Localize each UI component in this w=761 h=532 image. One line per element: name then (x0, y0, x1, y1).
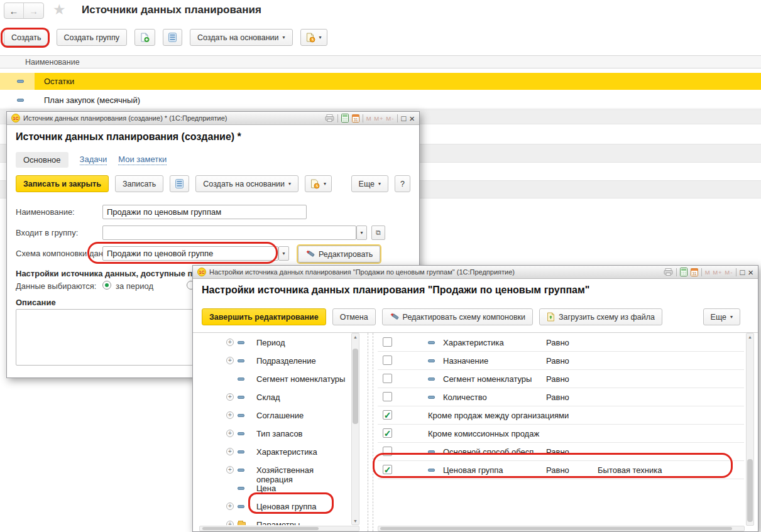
tree-item[interactable]: +Сегмент номенклатуры (199, 370, 351, 388)
create-based-on-button[interactable]: Создать на основании▾ (190, 29, 293, 46)
cancel-button[interactable]: Отмена (332, 308, 376, 325)
filter-row[interactable]: НазначениеРавно (378, 352, 744, 370)
checkbox[interactable]: ✓ (383, 465, 392, 474)
checkbox[interactable] (383, 392, 392, 401)
filter-row[interactable]: ХарактеристикаРавно (378, 334, 744, 352)
dialog2-titlebar-text: Настройки источника данных планирования … (209, 268, 660, 276)
filter-row[interactable]: ✓Ценовая группаРавноБытовая техника (378, 461, 744, 479)
expand-icon[interactable]: + (226, 393, 234, 401)
back-button[interactable]: ← (4, 3, 24, 18)
scroll-down-icon[interactable]: ▼ (352, 519, 359, 523)
help-button[interactable]: ? (395, 175, 410, 192)
tree-item[interactable]: +Параметры (199, 516, 351, 525)
list-row-selected[interactable]: Остатки (0, 73, 761, 90)
close-icon[interactable]: × (748, 268, 753, 277)
tab-tasks[interactable]: Задачи (80, 155, 107, 165)
panel-splitter[interactable] (373, 333, 373, 531)
list-view-button[interactable] (170, 175, 189, 192)
list-view-button[interactable] (163, 29, 182, 46)
print-icon[interactable] (664, 268, 673, 276)
filter-row[interactable]: Сегмент номенклатурыРавно (378, 370, 744, 388)
dialog1-titlebar[interactable]: 1С Источник данных планирования (создани… (7, 112, 419, 125)
tab-main[interactable]: Основное (16, 152, 68, 168)
more-button[interactable]: Еще▾ (703, 308, 740, 325)
tree-item[interactable]: +Соглашение (199, 406, 351, 425)
schema-dropdown-button[interactable]: ▾ (278, 246, 289, 261)
history-button[interactable]: ▾ (305, 175, 332, 192)
tab-notes[interactable]: Мои заметки (118, 155, 167, 165)
group-dropdown-button[interactable]: ▾ (356, 225, 367, 240)
tree-item[interactable]: +Склад (199, 388, 351, 406)
expand-icon[interactable]: + (226, 339, 234, 346)
filters-horizontal-scrollbar[interactable] (378, 526, 745, 531)
tree-item[interactable]: +Ценовая группа (199, 497, 351, 516)
finish-editing-button[interactable]: Завершить редактирование (202, 308, 326, 325)
history-button[interactable]: ▾ (300, 29, 327, 46)
tree-item[interactable]: +Тип запасов (199, 425, 351, 443)
forward-button[interactable]: → (24, 3, 43, 18)
expand-icon[interactable]: + (226, 430, 234, 437)
expand-icon[interactable]: + (226, 521, 234, 525)
scroll-up-icon[interactable]: ▲ (747, 335, 753, 339)
tree-item[interactable]: +Подразделение (199, 352, 351, 370)
expand-icon[interactable]: + (226, 357, 234, 364)
maximize-icon[interactable]: □ (740, 268, 745, 276)
dialog2-titlebar[interactable]: 1С Настройки источника данных планирован… (193, 266, 758, 279)
list-row-name: План закупок (месячный) (44, 95, 140, 105)
edit-composition-schema-button[interactable]: Редактировать схему компоновки (382, 308, 533, 325)
scrollbar-thumb[interactable] (202, 527, 319, 530)
filter-row[interactable]: КоличествоРавно (378, 388, 744, 406)
scroll-up-icon[interactable]: ▲ (352, 335, 359, 339)
open-reference-button[interactable]: ⧉ (371, 225, 385, 240)
expand-icon[interactable]: + (226, 411, 234, 419)
checkbox[interactable]: ✓ (383, 410, 392, 420)
tree-vertical-scrollbar[interactable]: ▲ ▼ (351, 333, 359, 525)
create-button[interactable]: Создать (4, 29, 49, 46)
save-and-close-button[interactable]: Записать и закрыть (16, 175, 109, 192)
expand-icon[interactable]: + (226, 448, 234, 455)
print-icon[interactable] (325, 114, 334, 122)
radio-period[interactable] (102, 281, 111, 290)
calendar-icon[interactable]: 31 (352, 114, 359, 122)
filters-vertical-scrollbar[interactable]: ▲ (746, 333, 754, 526)
expand-icon[interactable]: + (226, 502, 234, 510)
tree-item[interactable]: +Хозяйственная операция (199, 461, 351, 479)
dash-icon (428, 450, 435, 453)
scrollbar-thumb[interactable] (747, 459, 753, 522)
tree-item[interactable]: +Характеристика (199, 443, 351, 461)
checkbox[interactable]: ✓ (383, 428, 392, 438)
scrollbar-thumb[interactable] (353, 349, 358, 424)
calculator-icon[interactable] (680, 268, 687, 276)
maximize-icon[interactable]: □ (401, 114, 406, 122)
filter-row[interactable]: Основной способ обесп...Равно (378, 443, 744, 461)
edit-schema-button[interactable]: Редактировать (298, 246, 380, 263)
tree-horizontal-scrollbar[interactable] (199, 526, 359, 531)
more-button[interactable]: Еще▾ (351, 175, 388, 192)
tree-item[interactable]: +Цена (199, 479, 351, 497)
checkbox[interactable] (383, 447, 392, 456)
filter-row[interactable]: ✓Кроме комиссионных продаж (378, 425, 744, 443)
create-based-on-button[interactable]: Создать на основании▾ (195, 175, 298, 192)
calculator-icon[interactable] (341, 114, 349, 122)
nav-history-group[interactable]: ← → (4, 3, 44, 19)
create-group-button[interactable]: Создать группу (57, 29, 127, 46)
list-header[interactable]: Наименование (0, 55, 761, 68)
checkbox[interactable] (383, 356, 392, 365)
panel-splitter[interactable] (368, 333, 368, 531)
name-field[interactable]: Продажи по ценовым группам (102, 205, 307, 219)
load-schema-button[interactable]: Загрузить схему из файла (539, 308, 662, 325)
checkbox[interactable] (383, 374, 392, 383)
list-row[interactable]: План закупок (месячный) (0, 92, 761, 109)
copy-item-button[interactable] (134, 29, 155, 46)
calendar-icon[interactable]: 31 (691, 268, 698, 276)
filter-row[interactable]: ✓Кроме продаж между организациями (378, 406, 744, 425)
schema-field[interactable]: Продажи по ценовой группе (102, 246, 278, 261)
save-button[interactable]: Записать (115, 175, 163, 192)
close-icon[interactable]: × (409, 114, 415, 123)
tree-item[interactable]: +Период (199, 334, 351, 352)
scrollbar-thumb[interactable] (380, 527, 732, 530)
parent-group-field[interactable] (102, 225, 356, 240)
expand-icon[interactable]: + (226, 466, 234, 474)
favorite-star-icon[interactable]: ★ (53, 1, 66, 18)
checkbox[interactable] (383, 337, 392, 347)
